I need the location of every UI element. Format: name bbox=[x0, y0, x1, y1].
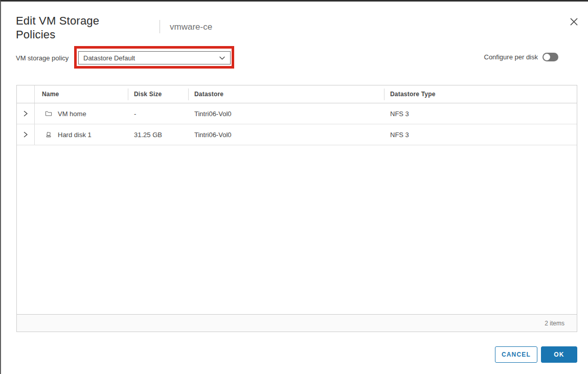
ok-button[interactable]: OK bbox=[541, 346, 577, 363]
chevron-right-icon bbox=[22, 131, 29, 138]
close-icon bbox=[570, 17, 578, 26]
edit-vm-storage-policies-dialog: Edit VM Storage Policies vmware-ce VM st… bbox=[0, 0, 588, 374]
row-datastore-type: NFS 3 bbox=[384, 124, 577, 145]
expand-row-button[interactable] bbox=[17, 124, 34, 145]
toggle-knob bbox=[544, 54, 550, 60]
table-row-hard-disk-1: Hard disk 1 31.25 GB Tintri06-Vol0 NFS 3 bbox=[17, 124, 577, 145]
row-name: Hard disk 1 bbox=[58, 131, 92, 139]
vm-name-subtitle: vmware-ce bbox=[170, 22, 212, 32]
expand-column-header bbox=[17, 85, 35, 103]
configure-per-disk-label: Configure per disk bbox=[484, 53, 538, 61]
dialog-actions: CANCEL OK bbox=[495, 346, 577, 363]
close-button[interactable] bbox=[568, 15, 580, 28]
row-disk-size: 31.25 GB bbox=[128, 124, 188, 145]
hard-disk-icon bbox=[45, 131, 52, 138]
table-header-row: Name Disk Size Datastore Datastore Type bbox=[17, 85, 577, 103]
column-header-datastore: Datastore bbox=[188, 85, 384, 103]
table-empty-area bbox=[17, 145, 577, 314]
row-disk-size: - bbox=[128, 103, 188, 124]
row-datastore: Tintri06-Vol0 bbox=[188, 124, 384, 145]
cancel-button[interactable]: CANCEL bbox=[495, 346, 537, 363]
row-datastore-type: NFS 3 bbox=[384, 103, 577, 124]
vm-storage-policy-selected-value: Datastore Default bbox=[83, 54, 135, 62]
column-header-name: Name bbox=[35, 85, 128, 103]
folder-icon bbox=[45, 110, 52, 117]
column-header-disk-size: Disk Size bbox=[128, 85, 188, 103]
storage-policies-table: Name Disk Size Datastore Datastore Type bbox=[16, 85, 577, 332]
configure-per-disk-control: Configure per disk bbox=[484, 53, 559, 61]
items-count: 2 items bbox=[545, 320, 564, 327]
vm-storage-policy-label: VM storage policy bbox=[16, 54, 69, 62]
configure-per-disk-toggle[interactable] bbox=[542, 53, 558, 61]
vm-storage-policy-select[interactable]: Datastore Default bbox=[78, 51, 231, 64]
dialog-title: Edit VM Storage Policies bbox=[16, 14, 121, 41]
table-row-vm-home: VM home - Tintri06-Vol0 NFS 3 bbox=[17, 103, 577, 124]
row-datastore: Tintri06-Vol0 bbox=[188, 103, 384, 124]
title-divider bbox=[160, 20, 160, 33]
chevron-down-icon bbox=[219, 56, 225, 60]
table-footer: 2 items bbox=[17, 314, 577, 332]
row-name: VM home bbox=[58, 110, 86, 118]
chevron-right-icon bbox=[22, 110, 29, 117]
column-header-datastore-type: Datastore Type bbox=[384, 85, 577, 103]
expand-row-button[interactable] bbox=[17, 103, 34, 124]
